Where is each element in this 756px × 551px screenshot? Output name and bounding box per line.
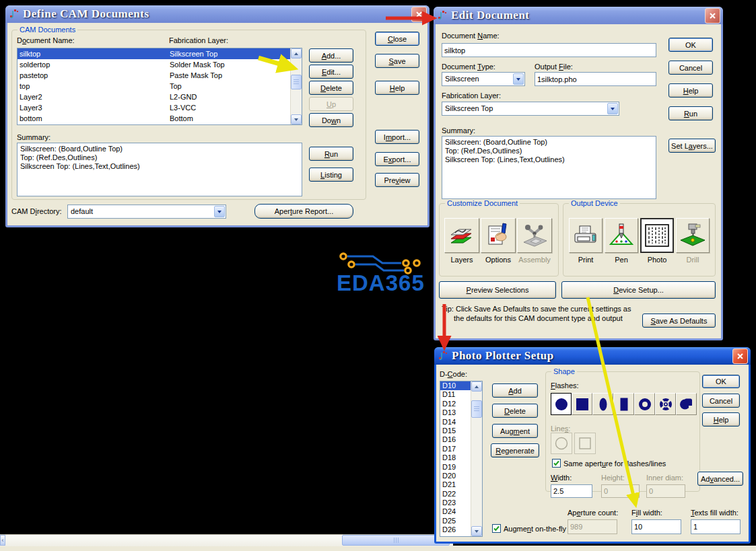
dcode-item[interactable]: D17 bbox=[440, 445, 471, 453]
list-scrollbar[interactable] bbox=[290, 48, 302, 124]
horizontal-scroll-thumb[interactable] bbox=[342, 535, 450, 546]
scroll-up-icon[interactable] bbox=[291, 48, 302, 59]
cancel-button[interactable]: Cancel bbox=[702, 394, 740, 408]
aperture-count-input[interactable] bbox=[568, 519, 617, 534]
down-button[interactable]: Down bbox=[309, 113, 353, 127]
dropdown-arrow-icon[interactable] bbox=[607, 103, 618, 114]
scroll-down-icon[interactable] bbox=[471, 526, 482, 536]
cam-documents-list[interactable]: silktopSilkscreen TopsoldertopSolder Mas… bbox=[17, 48, 302, 125]
close-icon[interactable] bbox=[705, 8, 720, 24]
list-item[interactable]: soldertopSolder Mask Top bbox=[18, 59, 290, 70]
delete-button[interactable]: Delete bbox=[492, 404, 538, 418]
same-aperture-checkbox[interactable] bbox=[552, 459, 561, 468]
augment-button[interactable]: Augment bbox=[492, 424, 538, 438]
dcode-item[interactable]: D21 bbox=[440, 480, 471, 489]
cam-directory-combo[interactable]: default bbox=[67, 205, 226, 219]
drill-button[interactable] bbox=[676, 218, 710, 253]
delete-button[interactable]: Delete bbox=[309, 81, 353, 95]
ok-button[interactable]: OK bbox=[702, 375, 740, 388]
height-input[interactable] bbox=[601, 484, 640, 498]
dcode-list[interactable]: D10D11D12D13D14D15D16D17D18D19D20D21D22D… bbox=[440, 381, 483, 537]
close-button[interactable]: Close bbox=[375, 32, 419, 46]
save-as-defaults-button[interactable]: Save As Defaults bbox=[642, 314, 716, 328]
augment-on-the-fly-checkbox[interactable] bbox=[492, 524, 501, 533]
dcode-item[interactable]: D26 bbox=[440, 525, 471, 534]
edit-button[interactable]: Edit... bbox=[309, 65, 353, 79]
line-shape-square-button[interactable] bbox=[574, 433, 596, 454]
document-type-combo[interactable]: Silkscreen bbox=[442, 72, 525, 86]
photo-dialog-titlebar[interactable]: Photo Plotter Setup bbox=[434, 347, 751, 365]
fabrication-layer-combo[interactable]: Silkscreen Top bbox=[442, 102, 619, 116]
dcode-item[interactable]: D13 bbox=[440, 408, 471, 417]
width-input[interactable] bbox=[551, 484, 592, 498]
set-layers-button[interactable]: Set Layers... bbox=[668, 139, 716, 153]
list-item[interactable]: pastetopPaste Mask Top bbox=[18, 70, 290, 81]
output-file-input[interactable] bbox=[535, 72, 656, 86]
help-button[interactable]: Help bbox=[375, 81, 419, 95]
dcode-item[interactable]: D16 bbox=[440, 435, 471, 444]
edit-dialog-titlebar[interactable]: Edit Document bbox=[434, 7, 723, 24]
flash-shape-odd-button[interactable] bbox=[676, 393, 697, 415]
dcode-item[interactable]: D14 bbox=[440, 418, 471, 427]
list-item[interactable]: silktopSilkscreen Top bbox=[18, 48, 290, 59]
flash-shape-rectangle-button[interactable] bbox=[613, 393, 634, 415]
scroll-thumb[interactable] bbox=[291, 75, 302, 89]
export-button[interactable]: Export... bbox=[375, 152, 419, 166]
preview-selections-button[interactable]: Preview Selections bbox=[439, 281, 556, 299]
dcode-item[interactable]: D11 bbox=[440, 390, 471, 399]
scroll-thumb[interactable] bbox=[471, 400, 482, 418]
scrollbar-left-button[interactable]: ‹ bbox=[0, 535, 5, 546]
listing-button[interactable]: Listing bbox=[309, 168, 353, 182]
scroll-up-icon[interactable] bbox=[471, 381, 482, 392]
preview-button[interactable]: Preview bbox=[375, 173, 419, 187]
ok-button[interactable]: OK bbox=[668, 38, 713, 52]
regenerate-button[interactable]: Regenerate bbox=[491, 443, 539, 457]
run-button[interactable]: Run bbox=[309, 147, 353, 161]
options-button[interactable] bbox=[481, 218, 516, 253]
add-button[interactable]: Add... bbox=[309, 48, 353, 63]
horizontal-scrollbar[interactable]: ‹ bbox=[0, 534, 453, 546]
close-icon[interactable] bbox=[732, 348, 748, 364]
layers-button[interactable] bbox=[444, 218, 479, 253]
up-button[interactable]: Up bbox=[309, 97, 353, 111]
print-button[interactable] bbox=[569, 218, 603, 253]
dcode-item[interactable]: D10 bbox=[440, 381, 471, 390]
list-item[interactable]: topTop bbox=[18, 81, 290, 91]
run-button[interactable]: Run bbox=[668, 106, 713, 120]
dropdown-arrow-icon[interactable] bbox=[513, 73, 524, 85]
texts-fill-width-input[interactable] bbox=[691, 519, 741, 534]
line-shape-round-button[interactable] bbox=[551, 433, 572, 454]
pen-button[interactable] bbox=[605, 218, 638, 253]
dcode-item[interactable]: D22 bbox=[440, 490, 471, 499]
flash-shape-donut-button[interactable] bbox=[634, 393, 655, 415]
document-name-input[interactable] bbox=[442, 43, 656, 57]
assembly-button[interactable] bbox=[517, 218, 552, 253]
device-setup-button[interactable]: Device Setup... bbox=[561, 281, 716, 299]
flash-shape-thermal-button[interactable] bbox=[655, 393, 676, 415]
dcode-item[interactable]: D25 bbox=[440, 517, 471, 525]
advanced-button[interactable]: Advanced... bbox=[697, 472, 743, 486]
help-button[interactable]: Help bbox=[668, 83, 713, 98]
aperture-report-button[interactable]: Aperture Report... bbox=[254, 204, 353, 219]
dropdown-arrow-icon[interactable] bbox=[214, 206, 225, 217]
list-item[interactable]: bottomBottom bbox=[18, 113, 290, 124]
dcode-item[interactable]: D24 bbox=[440, 507, 471, 516]
flash-shape-ellipse-button[interactable] bbox=[592, 393, 613, 415]
inner-diam-input[interactable] bbox=[646, 484, 685, 498]
fill-width-input[interactable] bbox=[631, 519, 681, 534]
help-button[interactable]: Help bbox=[702, 412, 740, 427]
list-item[interactable]: Layer2L2-GND bbox=[18, 91, 290, 102]
dcode-item[interactable]: D15 bbox=[440, 427, 471, 435]
list-item[interactable]: Layer3L3-VCC bbox=[18, 102, 290, 113]
flash-shape-circle-button[interactable] bbox=[551, 393, 572, 415]
add-button[interactable]: Add bbox=[492, 383, 538, 398]
dcode-scrollbar[interactable] bbox=[471, 381, 482, 536]
dcode-item[interactable]: D19 bbox=[440, 463, 471, 472]
photo-button[interactable] bbox=[640, 218, 674, 253]
dcode-item[interactable]: D23 bbox=[440, 499, 471, 507]
dcode-item[interactable]: D18 bbox=[440, 453, 471, 462]
save-button[interactable]: Save bbox=[375, 54, 419, 68]
flash-shape-square-button[interactable] bbox=[572, 393, 592, 415]
scroll-down-icon[interactable] bbox=[291, 114, 302, 124]
close-icon[interactable] bbox=[411, 7, 427, 22]
